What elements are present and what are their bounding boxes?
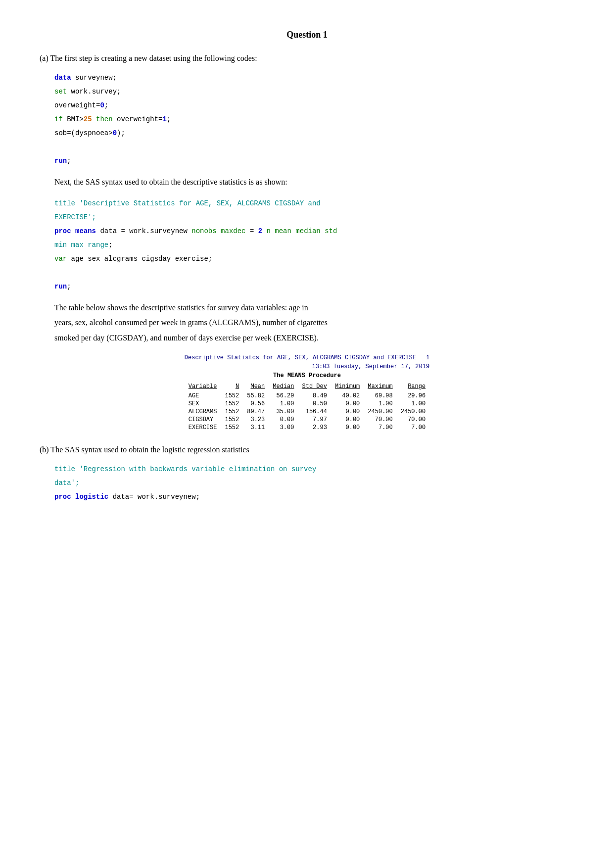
text-next: Next, the SAS syntax used to obtain the … bbox=[54, 175, 574, 190]
code-block-3: title 'Regression with backwards variabl… bbox=[54, 462, 574, 504]
kw-data: data bbox=[54, 74, 71, 82]
page-title: Question 1 bbox=[40, 30, 574, 40]
table-row: AGE155255.8256.298.4940.0269.9829.96 bbox=[185, 392, 429, 400]
part-b-label: (b) The SAS syntax used to obtain the lo… bbox=[40, 443, 574, 456]
table-row: ALCGRAMS155289.4735.00156.440.002450.002… bbox=[185, 408, 429, 416]
col-median: Median bbox=[269, 383, 298, 392]
output-date: 13:03 Tuesday, September 17, 2019 bbox=[185, 363, 429, 370]
proc-title: The MEANS Procedure bbox=[185, 372, 429, 379]
col-mean: Mean bbox=[243, 383, 269, 392]
code-block-2: title 'Descriptive Statistics for AGE, S… bbox=[54, 196, 574, 293]
table-header-row: Variable N Mean Median Std Dev Minimum M… bbox=[185, 383, 429, 392]
sas-output: Descriptive Statistcs for AGE, SEX, ALCG… bbox=[185, 354, 429, 432]
sas-output-section: Descriptive Statistcs for AGE, SEX, ALCG… bbox=[40, 354, 574, 432]
col-n: N bbox=[221, 383, 243, 392]
col-stddev: Std Dev bbox=[298, 383, 331, 392]
output-header: Descriptive Statistcs for AGE, SEX, ALCG… bbox=[185, 354, 429, 361]
col-range: Range bbox=[397, 383, 429, 392]
col-maximum: Maximum bbox=[364, 383, 396, 392]
table-intro-text: The table below shows the descriptive st… bbox=[54, 300, 574, 345]
output-header-right: 1 bbox=[426, 354, 429, 361]
output-header-left: Descriptive Statistcs for AGE, SEX, ALCG… bbox=[185, 354, 416, 361]
part-a-label: (a) The first step is creating a new dat… bbox=[40, 52, 574, 65]
code-block-1: data surveynew; set work.survey; overwei… bbox=[54, 71, 574, 168]
stats-table: Variable N Mean Median Std Dev Minimum M… bbox=[185, 383, 429, 432]
col-variable: Variable bbox=[185, 383, 221, 392]
table-row: EXERCISE15523.113.002.930.007.007.00 bbox=[185, 424, 429, 432]
table-row: SEX15520.561.000.500.001.001.00 bbox=[185, 400, 429, 408]
kw-set: set bbox=[54, 88, 67, 96]
table-row: CIGSDAY15523.230.007.970.0070.0070.00 bbox=[185, 416, 429, 424]
col-minimum: Minimum bbox=[331, 383, 364, 392]
